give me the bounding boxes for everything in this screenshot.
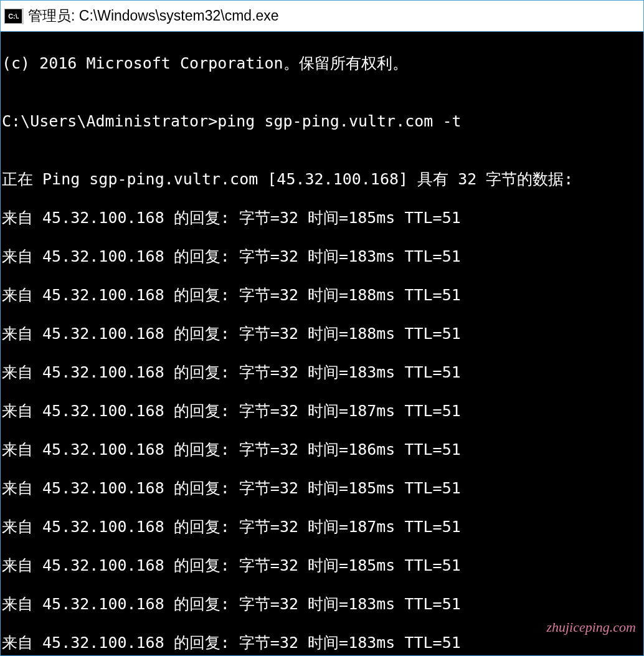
ping-reply-line: 来自 45.32.100.168 的回复: 字节=32 时间=187ms TTL…: [2, 517, 642, 536]
command-prompt-line: C:\Users\Administrator>ping sgp-ping.vul…: [2, 112, 642, 131]
cmd-icon: C:\.: [4, 9, 23, 24]
copyright-line: (c) 2016 Microsoft Corporation。保留所有权利。: [2, 54, 642, 73]
window-titlebar[interactable]: C:\. 管理员: C:\Windows\system32\cmd.exe: [1, 1, 643, 32]
ping-reply-line: 来自 45.32.100.168 的回复: 字节=32 时间=183ms TTL…: [2, 594, 642, 614]
ping-reply-line: 来自 45.32.100.168 的回复: 字节=32 时间=188ms TTL…: [2, 324, 642, 343]
window-title: 管理员: C:\Windows\system32\cmd.exe: [28, 6, 279, 26]
ping-reply-line: 来自 45.32.100.168 的回复: 字节=32 时间=185ms TTL…: [2, 478, 642, 498]
ping-reply-line: 来自 45.32.100.168 的回复: 字节=32 时间=185ms TTL…: [2, 556, 642, 575]
ping-reply-line: 来自 45.32.100.168 的回复: 字节=32 时间=188ms TTL…: [2, 285, 642, 305]
ping-reply-line: 来自 45.32.100.168 的回复: 字节=32 时间=185ms TTL…: [2, 208, 642, 227]
ping-reply-line: 来自 45.32.100.168 的回复: 字节=32 时间=187ms TTL…: [2, 401, 642, 421]
ping-reply-line: 来自 45.32.100.168 的回复: 字节=32 时间=183ms TTL…: [2, 247, 642, 266]
watermark: zhujiceping.com: [546, 619, 636, 635]
ping-reply-line: 来自 45.32.100.168 的回复: 字节=32 时间=183ms TTL…: [2, 363, 642, 382]
ping-reply-line: 来自 45.32.100.168 的回复: 字节=32 时间=186ms TTL…: [2, 440, 642, 459]
terminal-output[interactable]: (c) 2016 Microsoft Corporation。保留所有权利。 C…: [1, 32, 643, 656]
ping-reply-line: 来自 45.32.100.168 的回复: 字节=32 时间=183ms TTL…: [2, 633, 642, 652]
ping-header-line: 正在 Ping sgp-ping.vultr.com [45.32.100.16…: [2, 169, 642, 189]
